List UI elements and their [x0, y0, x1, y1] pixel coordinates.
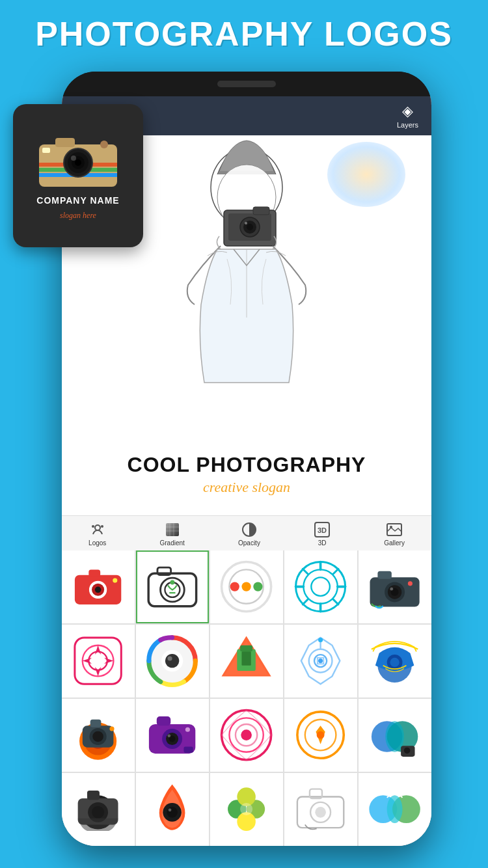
svg-rect-77 — [157, 716, 170, 726]
svg-point-64 — [318, 638, 323, 642]
list-item[interactable] — [284, 550, 357, 623]
svg-rect-12 — [166, 523, 179, 536]
layers-label: Layers — [397, 121, 418, 129]
list-item[interactable] — [210, 699, 283, 772]
list-item[interactable] — [62, 773, 135, 846]
svg-point-104 — [169, 809, 172, 812]
list-item[interactable] — [136, 625, 209, 698]
svg-point-25 — [95, 587, 102, 593]
phone-notch — [62, 72, 431, 96]
nav-opacity[interactable]: Opacity — [238, 521, 260, 547]
svg-point-112 — [316, 807, 327, 818]
page-header: PHOTOGRAPHY LOGOS — [0, 0, 488, 65]
list-item[interactable] — [284, 625, 357, 698]
canvas-text: COOL PHOTOGRAPHY creative slogan — [62, 454, 431, 496]
list-item[interactable] — [62, 625, 135, 698]
list-item[interactable] — [359, 699, 431, 772]
list-item[interactable] — [136, 550, 209, 623]
svg-point-37 — [242, 582, 251, 591]
layers-icon: ◈ — [402, 103, 413, 120]
nav-logos[interactable]: Logos — [88, 521, 106, 547]
svg-point-75 — [110, 727, 115, 731]
floating-preview: COMPANY NAME slogan here — [13, 104, 143, 247]
list-item[interactable] — [284, 773, 357, 846]
svg-point-27 — [113, 578, 118, 583]
nav-gradient[interactable]: Gradient — [159, 521, 184, 547]
svg-rect-8 — [253, 207, 269, 215]
list-item[interactable] — [359, 773, 431, 846]
list-item[interactable] — [136, 699, 209, 772]
svg-point-21 — [390, 526, 392, 528]
svg-text:3D: 3D — [318, 526, 327, 534]
list-item[interactable] — [284, 699, 357, 772]
logo-grid: ★ — [62, 550, 431, 846]
canvas-slogan: creative slogan — [62, 479, 431, 496]
list-item[interactable] — [210, 550, 283, 623]
layers-button[interactable]: ◈ Layers — [397, 103, 418, 129]
gallery-icon — [386, 521, 403, 538]
3d-icon: 3D — [314, 521, 331, 538]
svg-point-109 — [240, 803, 252, 815]
svg-point-82 — [185, 727, 190, 732]
svg-point-73 — [93, 731, 104, 742]
bottom-nav: Logos Gradient — [62, 515, 431, 550]
svg-rect-59 — [240, 645, 252, 652]
svg-rect-83 — [184, 747, 193, 753]
svg-point-91 — [317, 731, 325, 739]
nav-3d[interactable]: 3D 3D — [314, 521, 331, 547]
svg-point-103 — [167, 807, 178, 818]
logos-label: Logos — [88, 539, 106, 547]
svg-point-10 — [92, 525, 94, 528]
list-item[interactable]: ★ — [62, 550, 135, 623]
svg-point-55 — [168, 657, 172, 661]
svg-point-124 — [75, 159, 81, 166]
svg-point-100 — [92, 806, 104, 819]
svg-point-38 — [254, 582, 263, 591]
svg-point-41 — [312, 578, 331, 597]
svg-rect-43 — [378, 571, 392, 579]
svg-point-125 — [71, 156, 76, 161]
opacity-label: Opacity — [238, 539, 260, 547]
list-item[interactable] — [359, 625, 431, 698]
svg-text:★: ★ — [79, 606, 83, 612]
svg-point-36 — [230, 582, 239, 591]
svg-point-116 — [387, 796, 403, 824]
svg-point-63 — [318, 658, 323, 663]
svg-point-81 — [168, 735, 171, 738]
preview-company-name: COMPANY NAME — [36, 195, 119, 206]
notch-speaker — [217, 81, 276, 87]
svg-point-128 — [100, 141, 108, 148]
gradient-icon — [164, 521, 181, 538]
svg-point-87 — [241, 730, 252, 741]
3d-label: 3D — [318, 539, 327, 547]
list-item[interactable] — [136, 773, 209, 846]
svg-rect-26 — [89, 570, 101, 577]
list-item[interactable] — [210, 625, 283, 698]
gradient-label: Gradient — [159, 539, 184, 547]
list-item[interactable] — [359, 550, 431, 623]
svg-point-47 — [390, 588, 394, 591]
svg-point-96 — [404, 748, 411, 754]
svg-point-51 — [89, 652, 108, 671]
svg-rect-101 — [87, 791, 100, 800]
svg-point-9 — [95, 525, 100, 530]
svg-rect-60 — [242, 652, 251, 666]
canvas-main-text: COOL PHOTOGRAPHY — [62, 454, 431, 476]
opacity-icon — [241, 521, 258, 538]
svg-point-11 — [101, 525, 103, 528]
preview-slogan: slogan here — [60, 211, 96, 221]
svg-point-48 — [408, 582, 413, 586]
list-item[interactable] — [62, 699, 135, 772]
nav-gallery[interactable]: Gallery — [384, 521, 405, 547]
svg-point-54 — [165, 654, 179, 668]
gallery-label: Gallery — [384, 539, 405, 547]
list-item[interactable] — [210, 773, 283, 846]
page-title: PHOTOGRAPHY LOGOS — [7, 14, 481, 53]
preview-camera — [36, 131, 120, 190]
svg-point-67 — [390, 658, 400, 667]
svg-rect-74 — [90, 720, 102, 727]
svg-point-33 — [170, 580, 175, 585]
svg-rect-127 — [42, 148, 50, 153]
svg-rect-126 — [55, 138, 75, 147]
svg-point-6 — [247, 224, 253, 230]
